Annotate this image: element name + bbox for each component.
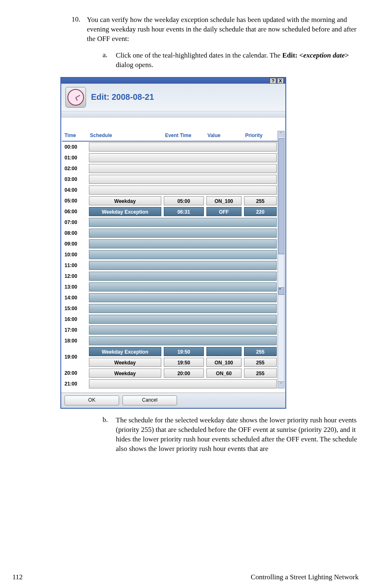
col-priority: Priority [243, 130, 278, 141]
ok-button[interactable]: OK [65, 395, 119, 405]
help-button[interactable]: ? [270, 78, 276, 84]
time-cell: 18:00 [62, 335, 88, 346]
time-cell: 15:00 [62, 303, 88, 314]
time-cell: 03:00 [62, 174, 88, 185]
sub-letter-a: a. [103, 51, 108, 59]
col-schedule: Schedule [88, 130, 163, 141]
time-cell: 04:00 [62, 185, 88, 195]
time-cell: 14:00 [62, 292, 88, 303]
table-row[interactable]: 14:00 [62, 292, 278, 303]
table-row[interactable]: 12:00 [62, 271, 278, 282]
time-cell: 13:00 [62, 282, 88, 292]
time-cell: 07:00 [62, 217, 88, 228]
schedule-table-wrap: ˄ ˄ ˅ Time Schedule Event Time Value Pri… [61, 130, 285, 393]
time-cell: 02:00 [62, 163, 88, 174]
time-cell: 00:00 [62, 141, 88, 152]
table-row[interactable]: 07:00 [62, 217, 278, 228]
time-cell: 09:00 [62, 239, 88, 249]
dialog-title: Edit: 2008-08-21 [91, 92, 154, 102]
time-cell: 11:00 [62, 260, 88, 271]
dialog-titlebar: ? X [61, 78, 285, 84]
time-cell: 08:00 [62, 228, 88, 239]
table-row[interactable]: 04:00 [62, 185, 278, 195]
time-cell: 12:00 [62, 271, 88, 282]
table-row[interactable]: 11:00 [62, 260, 278, 271]
time-cell: 21:00 [62, 378, 88, 389]
col-time: Time [62, 130, 88, 141]
schedule-table: Time Schedule Event Time Value Priority … [62, 130, 278, 389]
edit-schedule-dialog: ? X Edit: 2008-08-21 ˄ ˄ ˅ Time Schedule… [60, 77, 286, 409]
table-row[interactable]: 03:00 [62, 174, 278, 185]
scroll-mid-arrow[interactable]: ˄ [278, 287, 285, 295]
dialog-footer: OK Cancel [61, 393, 285, 408]
sub-letter-b: b. [103, 416, 108, 424]
clock-icon [65, 87, 86, 108]
table-row[interactable]: 05:00Weekday05:00ON_100255 [62, 195, 278, 206]
item-10-text: You can verify how the weekday exception… [87, 15, 359, 44]
cancel-button[interactable]: Cancel [122, 395, 177, 405]
table-row[interactable]: 18:00 [62, 335, 278, 346]
table-row[interactable]: 08:00 [62, 228, 278, 239]
table-row[interactable]: 06:00Weekday Exception06:31OFF220 [62, 206, 278, 217]
scroll-up-button[interactable]: ˄ [278, 131, 285, 138]
time-cell: 01:00 [62, 152, 88, 163]
list-number-10: 10. [72, 15, 80, 24]
scroll-down-button[interactable]: ˅ [278, 381, 285, 388]
col-value: Value [205, 130, 243, 141]
table-row[interactable]: 13:00 [62, 282, 278, 292]
time-cell: 16:00 [62, 314, 88, 325]
page-footer: 112 Controlling a Street Lighting Networ… [12, 573, 359, 581]
table-row[interactable]: 00:00 [62, 141, 278, 152]
table-row[interactable]: 16:00 [62, 314, 278, 325]
time-cell: 19:00 [62, 346, 88, 368]
table-row[interactable]: 09:00 [62, 239, 278, 249]
close-button[interactable]: X [277, 78, 284, 84]
time-cell: 20:00 [62, 368, 88, 378]
time-cell: 10:00 [62, 249, 88, 260]
table-row[interactable]: 21:00 [62, 378, 278, 389]
col-event-time: Event Time [163, 130, 205, 141]
table-row[interactable]: 20:00Weekday20:00ON_60255 [62, 368, 278, 378]
time-cell: 05:00 [62, 195, 88, 206]
dialog-subbar [61, 111, 285, 118]
table-row[interactable]: 19:00Weekday Exception19:50255 [62, 346, 278, 357]
scroll-thumb[interactable] [278, 138, 285, 254]
sub-a-text: Click one of the teal-highlighted dates … [116, 51, 359, 70]
table-row[interactable]: 10:00 [62, 249, 278, 260]
time-cell: 17:00 [62, 325, 88, 335]
table-row[interactable]: 15:00 [62, 303, 278, 314]
dialog-header: Edit: 2008-08-21 [61, 84, 285, 111]
table-row[interactable]: 02:00 [62, 163, 278, 174]
time-cell: 06:00 [62, 206, 88, 217]
sub-b-text: The schedule for the selected weekday da… [116, 416, 359, 454]
page-number: 112 [12, 573, 23, 581]
footer-title: Controlling a Street Lighting Network [251, 573, 359, 581]
table-row[interactable]: Weekday19:50ON_100255 [62, 357, 278, 368]
table-row[interactable]: 01:00 [62, 152, 278, 163]
table-row[interactable]: 17:00 [62, 325, 278, 335]
